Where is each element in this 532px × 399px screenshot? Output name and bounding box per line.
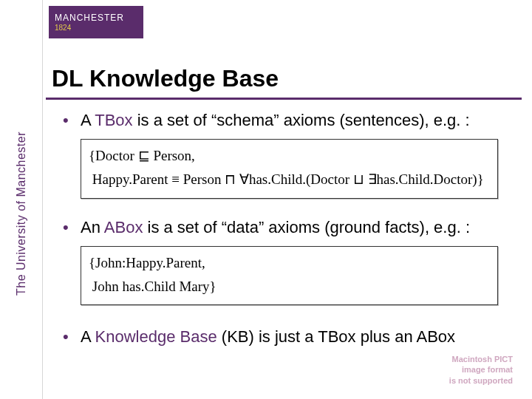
abox-axiom-2: John has.Child Mary}: [89, 275, 490, 299]
bullet-tbox-post: is a set of “schema” axioms (sentences),…: [133, 111, 470, 129]
placeholder-line-1: Macintosh PICT: [449, 354, 513, 364]
slide-body: A TBox is a set of “schema” axioms (sent…: [63, 111, 516, 355]
bullet-abox-pre: An: [81, 218, 104, 236]
tbox-axiom-1: {Doctor ⊑ Person,: [89, 144, 490, 168]
manchester-logo: MANCHESTER 1824: [49, 6, 143, 38]
title-underline: [46, 98, 522, 100]
slide-title: DL Knowledge Base: [52, 65, 279, 92]
bullet-kb: A Knowledge Base (KB) is just a TBox plu…: [63, 327, 516, 347]
logo-text-year: 1824: [55, 24, 143, 32]
logo-text-main: MANCHESTER: [55, 13, 143, 22]
bullet-abox-post: is a set of “data” axioms (ground facts)…: [143, 218, 470, 236]
bullet-kb-pre: A: [81, 327, 95, 346]
bullet-abox: An ABox is a set of “data” axioms (groun…: [63, 218, 516, 237]
abox-axiom-1: {John:Happy.Parent,: [89, 251, 490, 275]
tbox-axiom-2: Happy.Parent ≡ Person ⊓ ∀has.Child.(Doct…: [89, 168, 490, 191]
slide: The University of Manchester MANCHESTER …: [0, 0, 532, 399]
keyword-tbox: TBox: [95, 111, 132, 129]
bullet-tbox-pre: A: [81, 111, 95, 129]
bullet-tbox: A TBox is a set of “schema” axioms (sent…: [63, 111, 516, 130]
abox-example-box: {John:Happy.Parent, John has.Child Mary}: [81, 246, 498, 306]
placeholder-line-2: image format: [449, 364, 513, 375]
university-name-vertical: The University of Manchester: [15, 132, 28, 296]
missing-image-placeholder: Macintosh PICT image format is not suppo…: [449, 354, 513, 386]
placeholder-line-3: is not supported: [449, 375, 513, 386]
keyword-abox: ABox: [104, 218, 143, 236]
keyword-kb: Knowledge Base: [95, 327, 217, 346]
left-rail: The University of Manchester: [0, 0, 43, 399]
tbox-example-box: {Doctor ⊑ Person, Happy.Parent ≡ Person …: [81, 139, 498, 199]
bullet-kb-post: (KB) is just a TBox plus an ABox: [217, 327, 455, 346]
